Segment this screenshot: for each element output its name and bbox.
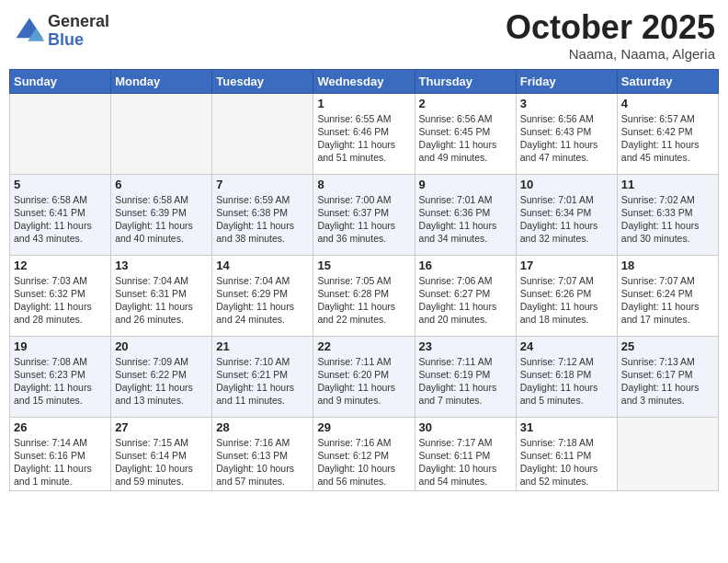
day-number: 25 [621, 339, 714, 353]
day-info: Sunrise: 6:56 AM Sunset: 6:45 PM Dayligh… [419, 112, 512, 165]
day-info: Sunrise: 7:14 AM Sunset: 6:16 PM Dayligh… [14, 436, 107, 488]
calendar-cell: 14Sunrise: 7:04 AM Sunset: 6:29 PM Dayli… [212, 255, 313, 336]
day-number: 17 [520, 259, 613, 272]
day-info: Sunrise: 6:59 AM Sunset: 6:38 PM Dayligh… [216, 193, 309, 246]
day-info: Sunrise: 7:01 AM Sunset: 6:36 PM Dayligh… [419, 193, 512, 246]
calendar-cell: 21Sunrise: 7:10 AM Sunset: 6:21 PM Dayli… [212, 336, 313, 417]
day-info: Sunrise: 7:09 AM Sunset: 6:22 PM Dayligh… [115, 355, 208, 408]
day-number: 9 [419, 178, 512, 191]
day-info: Sunrise: 7:08 AM Sunset: 6:23 PM Dayligh… [14, 355, 107, 408]
day-number: 10 [520, 178, 613, 191]
calendar-cell: 11Sunrise: 7:02 AM Sunset: 6:33 PM Dayli… [617, 174, 718, 255]
calendar-cell: 25Sunrise: 7:13 AM Sunset: 6:17 PM Dayli… [617, 336, 718, 417]
day-number: 3 [520, 97, 613, 110]
day-number: 13 [115, 259, 208, 272]
day-info: Sunrise: 7:07 AM Sunset: 6:24 PM Dayligh… [621, 274, 714, 327]
weekday-header-monday: Monday [111, 69, 212, 93]
day-number: 12 [14, 259, 107, 272]
calendar-cell [617, 417, 718, 491]
weekday-header-saturday: Saturday [617, 69, 718, 93]
week-row-1: 1Sunrise: 6:55 AM Sunset: 6:46 PM Daylig… [10, 93, 719, 174]
calendar-cell: 18Sunrise: 7:07 AM Sunset: 6:24 PM Dayli… [617, 255, 718, 336]
day-info: Sunrise: 7:04 AM Sunset: 6:29 PM Dayligh… [216, 274, 309, 327]
calendar-cell: 29Sunrise: 7:16 AM Sunset: 6:12 PM Dayli… [313, 417, 415, 491]
title-block: October 2025 Naama, Naama, Algeria [506, 9, 715, 62]
day-info: Sunrise: 7:05 AM Sunset: 6:28 PM Dayligh… [317, 274, 410, 327]
day-info: Sunrise: 6:58 AM Sunset: 6:41 PM Dayligh… [14, 193, 107, 246]
day-number: 23 [419, 339, 512, 353]
day-info: Sunrise: 7:16 AM Sunset: 6:13 PM Dayligh… [216, 436, 309, 488]
weekday-header-tuesday: Tuesday [212, 69, 313, 93]
day-number: 8 [317, 178, 410, 191]
calendar-cell: 31Sunrise: 7:18 AM Sunset: 6:11 PM Dayli… [516, 417, 617, 491]
calendar-cell: 17Sunrise: 7:07 AM Sunset: 6:26 PM Dayli… [516, 255, 617, 336]
day-number: 28 [216, 420, 309, 434]
calendar-cell: 23Sunrise: 7:11 AM Sunset: 6:19 PM Dayli… [415, 336, 516, 417]
day-info: Sunrise: 7:11 AM Sunset: 6:20 PM Dayligh… [317, 355, 410, 408]
calendar-cell: 9Sunrise: 7:01 AM Sunset: 6:36 PM Daylig… [415, 174, 516, 255]
day-number: 31 [520, 420, 613, 434]
calendar-cell: 13Sunrise: 7:04 AM Sunset: 6:31 PM Dayli… [111, 255, 212, 336]
calendar-cell: 28Sunrise: 7:16 AM Sunset: 6:13 PM Dayli… [212, 417, 313, 491]
weekday-header-friday: Friday [516, 69, 617, 93]
page-header: General Blue October 2025 Naama, Naama, … [9, 9, 719, 62]
week-row-3: 12Sunrise: 7:03 AM Sunset: 6:32 PM Dayli… [10, 255, 719, 336]
day-number: 30 [419, 420, 512, 434]
day-info: Sunrise: 6:58 AM Sunset: 6:39 PM Dayligh… [115, 193, 208, 246]
day-number: 16 [419, 259, 512, 272]
calendar-cell: 15Sunrise: 7:05 AM Sunset: 6:28 PM Dayli… [313, 255, 415, 336]
calendar-cell [111, 93, 212, 174]
month-title: October 2025 [506, 9, 715, 46]
calendar-cell [212, 93, 313, 174]
week-row-5: 26Sunrise: 7:14 AM Sunset: 6:16 PM Dayli… [10, 417, 719, 491]
day-info: Sunrise: 7:16 AM Sunset: 6:12 PM Dayligh… [317, 436, 410, 488]
day-number: 6 [115, 178, 208, 191]
day-info: Sunrise: 7:15 AM Sunset: 6:14 PM Dayligh… [115, 436, 208, 488]
day-number: 26 [14, 420, 107, 434]
calendar-cell: 7Sunrise: 6:59 AM Sunset: 6:38 PM Daylig… [212, 174, 313, 255]
calendar-cell: 22Sunrise: 7:11 AM Sunset: 6:20 PM Dayli… [313, 336, 415, 417]
logo-icon [13, 15, 46, 48]
logo-blue: Blue [48, 31, 109, 50]
day-info: Sunrise: 7:00 AM Sunset: 6:37 PM Dayligh… [317, 193, 410, 246]
calendar-cell: 30Sunrise: 7:17 AM Sunset: 6:11 PM Dayli… [415, 417, 516, 491]
calendar-cell: 4Sunrise: 6:57 AM Sunset: 6:42 PM Daylig… [617, 93, 718, 174]
weekday-header-sunday: Sunday [10, 69, 111, 93]
day-number: 29 [317, 420, 410, 434]
calendar: SundayMondayTuesdayWednesdayThursdayFrid… [9, 69, 719, 492]
day-number: 19 [14, 339, 107, 353]
calendar-cell: 6Sunrise: 6:58 AM Sunset: 6:39 PM Daylig… [111, 174, 212, 255]
day-info: Sunrise: 6:56 AM Sunset: 6:43 PM Dayligh… [520, 112, 613, 165]
logo-text: General Blue [48, 13, 109, 50]
day-info: Sunrise: 7:11 AM Sunset: 6:19 PM Dayligh… [419, 355, 512, 408]
day-info: Sunrise: 7:07 AM Sunset: 6:26 PM Dayligh… [520, 274, 613, 327]
location: Naama, Naama, Algeria [506, 46, 715, 62]
day-number: 15 [317, 259, 410, 272]
day-number: 11 [621, 178, 714, 191]
day-info: Sunrise: 7:12 AM Sunset: 6:18 PM Dayligh… [520, 355, 613, 408]
day-number: 5 [14, 178, 107, 191]
day-info: Sunrise: 6:57 AM Sunset: 6:42 PM Dayligh… [621, 112, 714, 165]
day-info: Sunrise: 7:02 AM Sunset: 6:33 PM Dayligh… [621, 193, 714, 246]
calendar-cell: 2Sunrise: 6:56 AM Sunset: 6:45 PM Daylig… [415, 93, 516, 174]
day-number: 22 [317, 339, 410, 353]
week-row-4: 19Sunrise: 7:08 AM Sunset: 6:23 PM Dayli… [10, 336, 719, 417]
day-number: 14 [216, 259, 309, 272]
calendar-cell: 19Sunrise: 7:08 AM Sunset: 6:23 PM Dayli… [10, 336, 111, 417]
day-info: Sunrise: 7:01 AM Sunset: 6:34 PM Dayligh… [520, 193, 613, 246]
day-number: 2 [419, 97, 512, 110]
day-number: 18 [621, 259, 714, 272]
day-number: 1 [317, 97, 410, 110]
day-info: Sunrise: 7:10 AM Sunset: 6:21 PM Dayligh… [216, 355, 309, 408]
day-info: Sunrise: 7:13 AM Sunset: 6:17 PM Dayligh… [621, 355, 714, 408]
day-number: 4 [621, 97, 714, 110]
calendar-cell: 20Sunrise: 7:09 AM Sunset: 6:22 PM Dayli… [111, 336, 212, 417]
day-info: Sunrise: 7:17 AM Sunset: 6:11 PM Dayligh… [419, 436, 512, 488]
day-info: Sunrise: 7:04 AM Sunset: 6:31 PM Dayligh… [115, 274, 208, 327]
week-row-2: 5Sunrise: 6:58 AM Sunset: 6:41 PM Daylig… [10, 174, 719, 255]
calendar-cell: 24Sunrise: 7:12 AM Sunset: 6:18 PM Dayli… [516, 336, 617, 417]
day-info: Sunrise: 7:03 AM Sunset: 6:32 PM Dayligh… [14, 274, 107, 327]
calendar-cell: 27Sunrise: 7:15 AM Sunset: 6:14 PM Dayli… [111, 417, 212, 491]
calendar-cell: 26Sunrise: 7:14 AM Sunset: 6:16 PM Dayli… [10, 417, 111, 491]
calendar-cell: 1Sunrise: 6:55 AM Sunset: 6:46 PM Daylig… [313, 93, 415, 174]
